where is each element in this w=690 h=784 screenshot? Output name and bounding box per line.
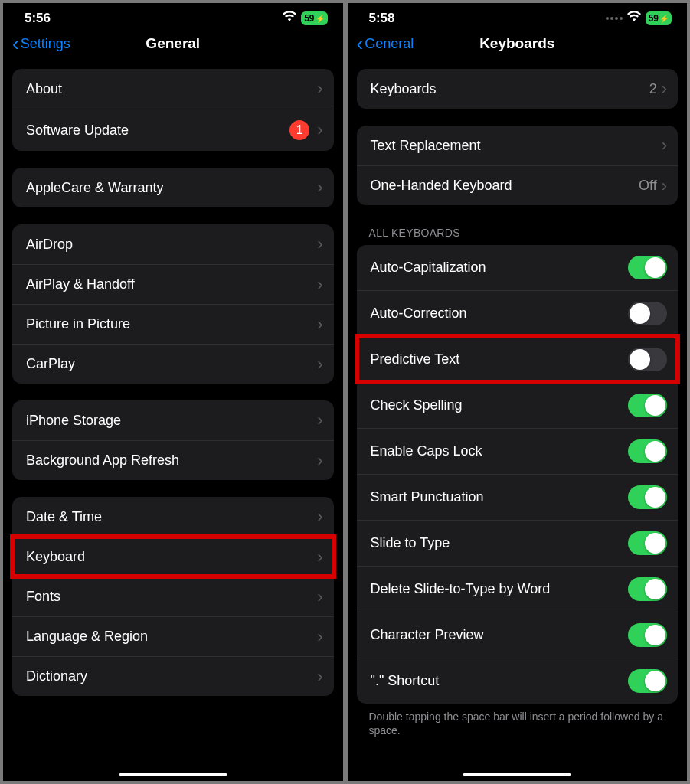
toggle-predictive-text[interactable]: [628, 348, 667, 371]
row-picture-in-picture[interactable]: Picture in Picture›: [12, 304, 334, 344]
toggle-shortcut[interactable]: [628, 669, 667, 693]
chevron-right-icon: ›: [317, 80, 322, 97]
row-smart-punctuation[interactable]: Smart Punctuation: [357, 474, 679, 520]
toggle-knob: [645, 625, 665, 645]
row-enable-caps-lock[interactable]: Enable Caps Lock: [357, 428, 679, 474]
chevron-right-icon: ›: [662, 178, 667, 194]
toggle-smart-punctuation[interactable]: [628, 485, 667, 509]
row-check-spelling[interactable]: Check Spelling: [357, 382, 679, 428]
notification-badge: 1: [289, 120, 309, 140]
row-value: 2: [649, 81, 657, 97]
row-delete-slide-to-type-by-word[interactable]: Delete Slide-to-Type by Word: [357, 566, 679, 612]
row-applecare-warranty[interactable]: AppleCare & Warranty›: [12, 168, 334, 207]
home-indicator[interactable]: [463, 773, 571, 776]
row-software-update[interactable]: Software Update1›: [12, 109, 334, 151]
row-auto-capitalization[interactable]: Auto-Capitalization: [357, 245, 679, 290]
battery-icon: 59⚡: [646, 11, 672, 25]
group-header: ALL KEYBOARDS: [357, 227, 679, 245]
back-label: General: [365, 36, 414, 52]
back-button[interactable]: ‹ General: [357, 34, 414, 54]
page-title: Keyboards: [479, 35, 554, 52]
chevron-right-icon: ›: [317, 356, 322, 373]
status-right: 59⚡: [283, 11, 327, 26]
row-label: Auto-Capitalization: [371, 260, 629, 276]
row-label: iPhone Storage: [26, 413, 317, 429]
back-label: Settings: [21, 36, 70, 52]
row-text-replacement[interactable]: Text Replacement›: [357, 126, 679, 165]
settings-group: AirDrop›AirPlay & Handoff›Picture in Pic…: [12, 224, 334, 384]
row-label: Dictionary: [26, 668, 317, 684]
back-button[interactable]: ‹ Settings: [12, 34, 70, 54]
row-label: CarPlay: [26, 356, 317, 372]
row-label: Smart Punctuation: [371, 489, 629, 505]
row-label: About: [26, 81, 317, 97]
row-date-time[interactable]: Date & Time›: [12, 497, 334, 537]
row-slide-to-type[interactable]: Slide to Type: [357, 520, 679, 566]
toggle-knob: [645, 395, 665, 416]
chevron-right-icon: ›: [317, 276, 322, 293]
battery-icon: 59⚡: [301, 11, 327, 25]
status-time: 5:58: [369, 11, 395, 26]
row-label: AirPlay & Handoff: [26, 276, 317, 292]
row-label: Delete Slide-to-Type by Word: [371, 581, 629, 597]
row-label: Slide to Type: [371, 535, 629, 551]
toggle-character-preview[interactable]: [628, 623, 667, 647]
settings-group: Auto-CapitalizationAuto-CorrectionPredic…: [357, 245, 679, 704]
toggle-knob: [645, 441, 665, 462]
row-label: Language & Region: [26, 629, 317, 645]
row-character-preview[interactable]: Character Preview: [357, 612, 679, 658]
row-label: Fonts: [26, 589, 317, 605]
row-shortcut[interactable]: "." Shortcut: [357, 658, 679, 704]
wifi-icon: [627, 11, 641, 26]
row-label: AppleCare & Warranty: [26, 180, 317, 196]
row-airdrop[interactable]: AirDrop›: [12, 224, 334, 264]
toggle-delete-slide-to-type-by-word[interactable]: [628, 577, 667, 601]
content-left: About›Software Update1›AppleCare & Warra…: [3, 63, 343, 781]
toggle-knob: [645, 671, 665, 691]
toggle-knob: [645, 533, 665, 554]
row-label: Software Update: [26, 122, 289, 139]
row-label: "." Shortcut: [371, 673, 629, 689]
chevron-right-icon: ›: [317, 122, 322, 139]
chevron-right-icon: ›: [317, 668, 322, 685]
group-footer: Double tapping the space bar will insert…: [357, 704, 679, 737]
home-indicator[interactable]: [119, 773, 227, 776]
row-label: Picture in Picture: [26, 316, 317, 332]
settings-group: Keyboards2›: [357, 69, 679, 109]
row-iphone-storage[interactable]: iPhone Storage›: [12, 400, 334, 440]
row-predictive-text[interactable]: Predictive Text: [357, 336, 679, 382]
row-label: Keyboards: [371, 81, 649, 97]
row-background-app-refresh[interactable]: Background App Refresh›: [12, 440, 334, 480]
chevron-right-icon: ›: [317, 452, 322, 469]
status-bar: 5:56 59⚡: [3, 3, 343, 29]
settings-group: About›Software Update1›: [12, 69, 334, 151]
toggle-enable-caps-lock[interactable]: [628, 439, 667, 463]
row-label: Enable Caps Lock: [371, 443, 629, 459]
toggle-check-spelling[interactable]: [628, 394, 667, 417]
row-about[interactable]: About›: [12, 69, 334, 109]
status-time: 5:56: [25, 11, 51, 26]
row-carplay[interactable]: CarPlay›: [12, 344, 334, 384]
signal-icon: [606, 17, 623, 20]
row-one-handed-keyboard[interactable]: One-Handed KeyboardOff›: [357, 165, 679, 205]
row-fonts[interactable]: Fonts›: [12, 577, 334, 616]
chevron-right-icon: ›: [317, 508, 322, 525]
toggle-knob: [645, 579, 665, 599]
chevron-right-icon: ›: [317, 236, 322, 253]
row-keyboard[interactable]: Keyboard›: [12, 537, 334, 577]
status-right: 59⚡: [606, 11, 672, 26]
row-label: Date & Time: [26, 509, 317, 525]
toggle-auto-correction[interactable]: [628, 302, 667, 325]
row-auto-correction[interactable]: Auto-Correction: [357, 290, 679, 336]
chevron-right-icon: ›: [317, 549, 322, 566]
row-label: Auto-Correction: [371, 305, 629, 322]
toggle-auto-capitalization[interactable]: [628, 256, 667, 279]
nav-bar: ‹ General Keyboards: [348, 29, 688, 63]
row-language-region[interactable]: Language & Region›: [12, 616, 334, 656]
row-keyboards[interactable]: Keyboards2›: [357, 69, 679, 109]
row-label: One-Handed Keyboard: [371, 178, 639, 194]
row-airplay-handoff[interactable]: AirPlay & Handoff›: [12, 264, 334, 304]
row-dictionary[interactable]: Dictionary›: [12, 656, 334, 696]
toggle-knob: [630, 303, 650, 324]
toggle-slide-to-type[interactable]: [628, 531, 667, 555]
